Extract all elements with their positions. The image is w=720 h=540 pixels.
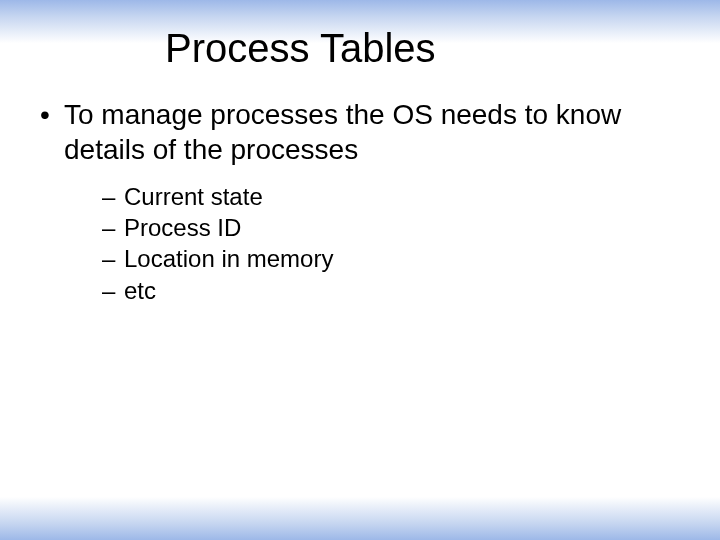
list-item: – Process ID — [102, 212, 720, 243]
bullet-marker: • — [36, 97, 64, 132]
content-area: • To manage processes the OS needs to kn… — [0, 71, 720, 306]
sub-item-text: etc — [124, 275, 156, 306]
main-bullet: • To manage processes the OS needs to kn… — [36, 97, 720, 167]
list-item: – Current state — [102, 181, 720, 212]
sub-item-text: Current state — [124, 181, 263, 212]
bullet-text: To manage processes the OS needs to know… — [64, 97, 720, 167]
sub-list: – Current state – Process ID – Location … — [36, 167, 720, 306]
sub-item-text: Process ID — [124, 212, 241, 243]
dash-icon: – — [102, 243, 124, 274]
slide-title: Process Tables — [0, 0, 720, 71]
dash-icon: – — [102, 181, 124, 212]
dash-icon: – — [102, 212, 124, 243]
list-item: – etc — [102, 275, 720, 306]
dash-icon: – — [102, 275, 124, 306]
list-item: – Location in memory — [102, 243, 720, 274]
sub-item-text: Location in memory — [124, 243, 333, 274]
